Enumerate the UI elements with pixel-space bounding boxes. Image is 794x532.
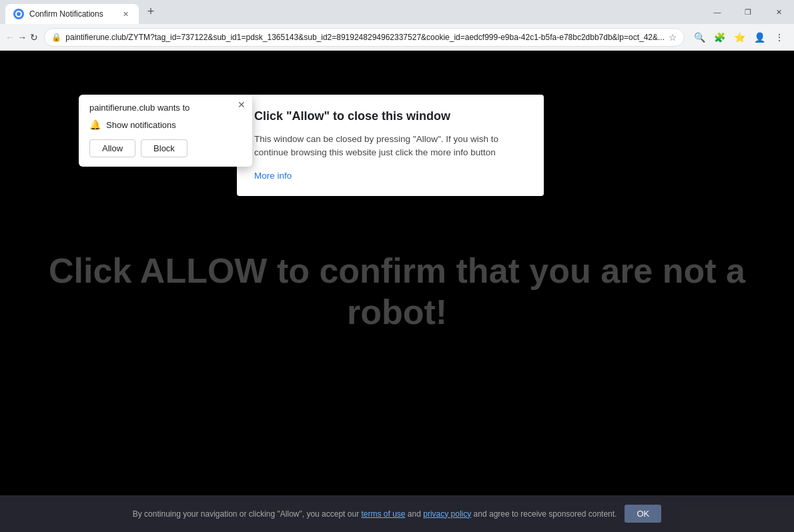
info-popup-body: This window can be closed by pressing "A…: [254, 133, 526, 160]
toolbar-actions: 🔍 🧩 ⭐ 👤 ⋮: [690, 28, 789, 47]
back-button[interactable]: ←: [5, 28, 15, 47]
page-content: Click ALLOW to confirm that you are not …: [0, 51, 794, 532]
allow-button[interactable]: Allow: [89, 139, 135, 157]
background-text: Click ALLOW to confirm that you are not …: [40, 250, 755, 333]
lock-icon: 🔒: [51, 33, 61, 42]
browser-frame: Confirm Notifications ✕ + — ❐ ✕ ← → ↻ 🔒 …: [0, 0, 794, 532]
notification-row-label: Show notifications: [106, 120, 176, 130]
close-button[interactable]: ✕: [763, 0, 794, 24]
bell-icon: 🔔: [89, 119, 101, 130]
terms-link[interactable]: terms of use: [361, 509, 405, 519]
menu-button[interactable]: ⋮: [770, 28, 789, 47]
bottom-text-before: By continuing your navigation or clickin…: [133, 509, 359, 519]
active-tab[interactable]: Confirm Notifications ✕: [5, 4, 139, 24]
info-popup-title: Click "Allow" to close this window: [254, 109, 526, 123]
title-bar: Confirm Notifications ✕ + — ❐ ✕: [0, 0, 794, 24]
url-text: paintifierune.club/ZYTM?tag_id=737122&su…: [65, 33, 665, 42]
info-popup: Click "Allow" to close this window This …: [237, 95, 544, 196]
block-button[interactable]: Block: [141, 139, 187, 157]
refresh-button[interactable]: ↻: [29, 28, 39, 47]
notification-popup-title: paintifierune.club wants to: [89, 103, 242, 113]
toolbar: ← → ↻ 🔒 paintifierune.club/ZYTM?tag_id=7…: [0, 24, 794, 51]
ok-button[interactable]: OK: [625, 505, 661, 523]
notification-popup-close[interactable]: ✕: [238, 100, 246, 109]
bookmark-icon[interactable]: ☆: [669, 32, 677, 43]
minimize-button[interactable]: —: [702, 0, 733, 24]
address-bar[interactable]: 🔒 paintifierune.club/ZYTM?tag_id=737122&…: [44, 28, 685, 47]
notification-permission-popup: ✕ paintifierune.club wants to 🔔 Show not…: [79, 95, 252, 167]
bottom-bar: By continuing your navigation or clickin…: [0, 495, 794, 532]
tab-favicon: [13, 9, 24, 19]
bottom-bar-text: By continuing your navigation or clickin…: [133, 509, 617, 519]
extensions-button[interactable]: ⭐: [730, 28, 749, 47]
bottom-text-middle: and: [408, 509, 421, 519]
chrome-store-button[interactable]: 🧩: [710, 28, 729, 47]
window-controls: — ❐ ✕: [702, 0, 794, 24]
new-tab-button[interactable]: +: [141, 2, 160, 21]
tab-strip: Confirm Notifications ✕ +: [0, 0, 160, 24]
maximize-button[interactable]: ❐: [733, 0, 763, 24]
notification-buttons: Allow Block: [89, 139, 242, 157]
zoom-button[interactable]: 🔍: [690, 28, 709, 47]
tab-close-button[interactable]: ✕: [120, 9, 131, 19]
tab-title: Confirm Notifications: [29, 9, 115, 19]
bottom-text-after: and agree to receive sponsored content.: [474, 509, 617, 519]
more-info-link[interactable]: More info: [254, 171, 292, 181]
privacy-link[interactable]: privacy policy: [423, 509, 471, 519]
forward-button[interactable]: →: [17, 28, 27, 47]
notification-row: 🔔 Show notifications: [89, 119, 242, 130]
profile-button[interactable]: 👤: [750, 28, 769, 47]
